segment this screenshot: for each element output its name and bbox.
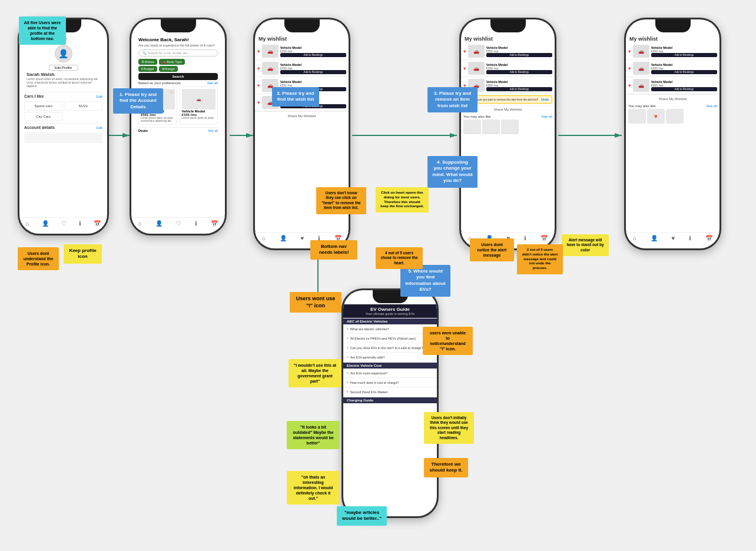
ymal-item-1 (463, 120, 481, 134)
ev-item-7[interactable]: › Second Hand EVs Market (343, 387, 437, 397)
sticky-quote-3: "oh thats an interesting information. I … (287, 471, 340, 504)
chevron-icon-5: › (347, 370, 349, 376)
share-button-3[interactable]: Share My Wishlist (626, 94, 719, 103)
account-edit[interactable]: Edit (97, 126, 102, 130)
profile-desc: Lorem ipsum dolor sit amet, consectetur … (26, 77, 100, 88)
chevron-icon-1: › (347, 326, 349, 331)
ymal-items (463, 120, 552, 134)
heart-icon-3[interactable]: ♥ (257, 83, 260, 88)
heart-icon-1[interactable]: ♥ (257, 49, 260, 54)
heart-icon-2[interactable]: ♥ (257, 66, 260, 71)
sticky-keep-profile: Keep profile icon (64, 244, 102, 264)
add-booking-p5-3[interactable]: Add to Bookings (651, 87, 717, 91)
nav-heart-icon[interactable]: ♡ (61, 220, 67, 227)
sticky-alert-notice: Users dont notice the alert message (470, 238, 514, 261)
arrow-1-to-2 (109, 130, 132, 141)
heart-icon-p5-1[interactable]: ♥ (628, 49, 631, 54)
add-booking-1[interactable]: Add to Bookings (280, 53, 346, 57)
add-booking-2[interactable]: Add to Bookings (280, 70, 346, 74)
nav-calendar-icon-4[interactable]: 📅 (541, 235, 548, 241)
heart-icon-p5-2[interactable]: ♥ (628, 66, 631, 71)
range-filter[interactable]: ⊕ Range (159, 66, 178, 72)
ev-section-cost: Electric Vehicle Cost (343, 363, 437, 369)
nav-info-icon[interactable]: ℹ (79, 220, 81, 227)
car-details-p5-3: Vehicle Model €300 /mo Add to Bookings (651, 80, 717, 91)
body-type-filter[interactable]: 🚗 Body Type (159, 59, 185, 65)
nav-info-icon-2[interactable]: ℹ (195, 220, 197, 227)
nav-heart-icon-5[interactable]: ♥ (672, 235, 675, 241)
makes-filter[interactable]: ⚙ Makes (138, 59, 157, 65)
add-booking-p5-2[interactable]: Add to Bookings (651, 70, 717, 74)
heart-icon-p4-2[interactable]: ♥ (463, 66, 466, 71)
nav-home-icon-3[interactable]: ⌂ (262, 235, 266, 241)
add-booking-p4-2[interactable]: Add to Bookings (486, 70, 552, 74)
sticky-nav-labels: Bottom nav needs labels! (310, 240, 357, 260)
cars-edit[interactable]: Edit (97, 95, 102, 98)
nav-person-icon-2[interactable]: 👤 (155, 220, 163, 227)
car-details-p5-1: Vehicle Model €250 /mo Add to Bookings (651, 46, 717, 57)
wishlist-item-2: ♥ 🚗 Vehicle Model €150 /mo Add to Bookin… (255, 60, 349, 77)
wishlist-title-1: My wishlist (255, 35, 349, 43)
phone-wishlist-1: My wishlist ♥ 🚗 Vehicle Model €250 /mo A… (253, 18, 350, 250)
screen-wishlist-2: My wishlist ♥ 🚗 Vehicle Model €250 /mo A… (461, 19, 555, 248)
nav-calendar-icon-2[interactable]: 📅 (211, 220, 218, 227)
search-button[interactable]: Search (138, 73, 218, 80)
canvas: file 👤 Edit Profile Sarah Walsh Lorem ip… (0, 0, 756, 551)
ymal-see-all-2[interactable]: See all (707, 104, 717, 108)
nav-home-icon[interactable]: ⌂ (26, 220, 29, 227)
sticky-quote-1: "I wouldn't use this at all. Maybe the g… (289, 359, 341, 387)
you-may-also-like-section-2: You may also like See all ♥ (626, 103, 719, 125)
budget-filter[interactable]: € Budget (138, 66, 157, 72)
sticky-task-1: 1. Please try and find the Account Detai… (113, 88, 163, 114)
ymal-see-all[interactable]: See all (542, 115, 552, 118)
heart-icon-p4-1[interactable]: ♥ (463, 49, 466, 54)
nav-calendar-icon[interactable]: 📅 (94, 220, 101, 227)
nav-person-icon-3[interactable]: 👤 (280, 235, 287, 241)
ymal-items-2: ♥ (628, 109, 717, 124)
range-icon: ⊕ (162, 67, 165, 71)
search-bar[interactable]: 🔍 Search for a car, model, etc... (138, 49, 218, 57)
edit-profile-button[interactable]: Edit Profile (49, 65, 78, 71)
car-grid: Sports cars SUVs City Cars (24, 101, 102, 121)
sports-cars[interactable]: Sports cars (24, 101, 63, 111)
suvs[interactable]: SUVs (64, 101, 103, 111)
ev-item-5[interactable]: › Are EVs more expensive? (343, 369, 437, 378)
nav-info-icon-5[interactable]: ℹ (689, 235, 691, 241)
nav-heart-icon-3[interactable]: ♥ (301, 235, 304, 241)
nav-home-icon-2[interactable]: ⌂ (138, 220, 142, 227)
heart-icon-4[interactable]: ♥ (257, 100, 260, 105)
profile-section: 👤 Edit Profile Sarah Walsh Lorem ipsum d… (24, 42, 102, 90)
car-thumb-p4-1: 🚗 (468, 45, 485, 58)
chevron-icon-3: › (347, 345, 349, 350)
arrow-4-to-5 (558, 130, 626, 141)
screen-profile: file 👤 Edit Profile Sarah Walsh Lorem ip… (19, 19, 107, 234)
ev-guide-header: EV Owners Guide Your ultimate guide to o… (343, 304, 437, 318)
nav-person-icon[interactable]: 👤 (42, 220, 49, 227)
nav-person-icon-5[interactable]: 👤 (651, 235, 658, 241)
sticky-start-reading: Users don't initially think they would u… (424, 412, 474, 444)
phone-profile: file 👤 Edit Profile Sarah Walsh Lorem ip… (18, 18, 109, 235)
add-booking-p4-1[interactable]: Add to Bookings (486, 53, 552, 57)
chevron-icon-2: › (347, 336, 349, 341)
ymal-item-p5-1 (628, 109, 646, 124)
sticky-task-3: 3. Please try and remove an Item from wi… (427, 87, 478, 112)
ev-section-abc: ABC of Electric Vehicles (343, 318, 437, 324)
chevron-icon-7: › (347, 389, 349, 394)
add-booking-p4-3[interactable]: Add to Bookings (486, 87, 552, 91)
heart-icon-p5-3[interactable]: ♥ (628, 83, 631, 88)
wishlist-title-3: My wishlist (626, 35, 719, 43)
share-button-1[interactable]: Share My Wishlist (255, 111, 349, 120)
nav-heart-icon-2[interactable]: ♡ (176, 220, 181, 227)
nav-calendar-icon-5[interactable]: 📅 (705, 235, 712, 241)
nav-info-icon-4[interactable]: ℹ (524, 235, 526, 241)
car-thumb-1: 🚗 (262, 45, 278, 58)
ev-item-6[interactable]: › How much does it cost to charge? (343, 378, 437, 387)
wishlist-title-2: My wishlist (461, 35, 555, 43)
undo-button[interactable]: Undo (541, 98, 549, 101)
add-booking-p5-1[interactable]: Add to Bookings (651, 53, 717, 57)
nav-home-icon-5[interactable]: ⌂ (633, 235, 636, 241)
cars-title: Cars I like (24, 94, 44, 98)
phone-wishlist-3: My wishlist ♥ 🚗 Vehicle Model €250 /mo A… (624, 18, 721, 250)
phone-ev-guide: EV Owners Guide Your ultimate guide to o… (341, 288, 439, 518)
city-cars[interactable]: City Cars (24, 112, 63, 121)
